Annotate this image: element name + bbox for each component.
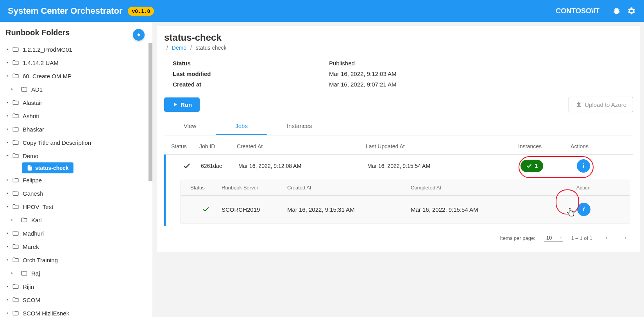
dropdown-icon (559, 236, 563, 240)
annotation-highlight (556, 189, 579, 214)
main-content: status-check / Demo / status-check Statu… (152, 22, 644, 317)
upload-to-azure-button: Upload to Azure (569, 97, 633, 112)
sidebar-header: Runbook Folders (0, 22, 150, 41)
next-page-button[interactable] (621, 232, 631, 243)
folder-icon (12, 176, 20, 184)
folder-icon (12, 139, 20, 146)
sidebar-item-rijin[interactable]: Rijin (3, 280, 146, 293)
app-title: System Center Orchestrator (8, 6, 122, 16)
sidebar-item-1.4.14.2-uam[interactable]: 1.4.14.2 UAM (3, 56, 146, 69)
folder-icon (20, 85, 28, 93)
instance-completed: Mar 16, 2022, 9:15:54 AM (411, 206, 528, 213)
sidebar-item-ad1[interactable]: AD1 (3, 83, 146, 96)
user-name: CONTOSO\IT (556, 7, 599, 15)
sidebar-item-label: Ganesh (23, 190, 43, 197)
sidebar-item-hpov_test[interactable]: HPOV_Test (3, 200, 146, 213)
created-value: Mar 16, 2022, 9:07:21 AM (329, 81, 397, 88)
sidebar-item-1.2.1.2_prodmg01[interactable]: 1.2.1.2_ProdMG01 (3, 43, 146, 56)
gear-icon[interactable] (627, 6, 636, 16)
tabs: View Jobs Instances (164, 118, 633, 135)
sidebar: Runbook Folders 1.2.1.2_ProdMG011.4.14.2… (0, 22, 152, 317)
sidebar-item-60.-create-om-mp[interactable]: 60. Create OM MP (3, 69, 146, 83)
folder-icon (20, 216, 28, 224)
sidebar-item-label: HPOV_Test (23, 204, 53, 210)
sidebar-item-label: Marek (23, 243, 39, 250)
job-id: 6261dae (201, 163, 238, 169)
page-range: 1 – 1 of 1 (571, 235, 592, 241)
sidebar-item-label: Orch Training (23, 257, 58, 263)
folder-icon (20, 269, 28, 277)
chevron-right-icon (3, 138, 12, 147)
chevron-right-icon (3, 295, 12, 304)
sidebar-item-ashriti[interactable]: Ashriti (3, 109, 146, 122)
sidebar-item-label: Madhuri (23, 230, 44, 237)
folder-icon (12, 203, 20, 211)
folder-icon (12, 189, 20, 197)
chevron-right-icon (3, 256, 12, 264)
sidebar-item-label: 1.2.1.2_ProdMG01 (23, 46, 72, 53)
sidebar-item-bhaskar[interactable]: Bhaskar (3, 122, 146, 136)
instance-row: SCORCH2019 Mar 16, 2022, 9:15:31 AM Mar … (181, 196, 630, 223)
tab-view[interactable]: View (164, 118, 216, 135)
upload-icon (575, 101, 582, 108)
sidebar-item-label: 60. Create OM MP (23, 73, 72, 79)
pagination: Items per page: 10 1 – 1 of 1 (164, 226, 633, 243)
page-size-select[interactable]: 10 (544, 234, 563, 242)
sidebar-file-status-check[interactable]: status-check (22, 162, 73, 173)
chevron-right-icon (3, 98, 12, 107)
bug-icon[interactable] (612, 6, 621, 16)
sidebar-item-copy-title-and-description[interactable]: Copy Title and Description (3, 136, 146, 149)
chevron-right-icon (8, 85, 16, 94)
sidebar-item-label: Raj (31, 270, 40, 277)
sidebar-item-label: Ashriti (23, 113, 39, 119)
tab-instances[interactable]: Instances (267, 118, 331, 135)
sidebar-scrollbar[interactable] (148, 43, 152, 181)
job-row[interactable]: 6261dae Mar 16, 2022, 9:12:08 AM Mar 16,… (164, 154, 633, 226)
chevron-right-icon (624, 236, 628, 240)
folder-icon (12, 296, 20, 304)
job-updated: Mar 16, 2022, 9:15:54 AM (367, 163, 488, 169)
run-button[interactable]: Run (164, 97, 200, 112)
sidebar-item-scom-hizliesnek[interactable]: SCOM HizliEsnek (3, 306, 146, 317)
sidebar-item-karl[interactable]: Karl (3, 213, 146, 227)
runbook-info: Status Published Last modified Mar 16, 2… (173, 58, 633, 90)
sidebar-item-scom[interactable]: SCOM (3, 293, 146, 306)
chevron-right-icon (3, 45, 12, 54)
sidebar-item-felippe[interactable]: Felippe (3, 173, 146, 187)
sidebar-item-label: SCOM (23, 297, 40, 303)
modified-value: Mar 16, 2022, 9:12:03 AM (329, 70, 397, 77)
instance-info-button[interactable]: i (577, 203, 590, 216)
sidebar-item-orch-training[interactable]: Orch Training (3, 253, 146, 267)
sidebar-item-demo[interactable]: Demo (3, 149, 146, 162)
chevron-right-icon (3, 229, 12, 238)
sidebar-item-label: Copy Title and Description (23, 139, 91, 146)
info-icon: i (583, 206, 585, 213)
version-badge: v0.1.0 (128, 7, 154, 16)
sidebar-item-madhuri[interactable]: Madhuri (3, 227, 146, 240)
chevron-right-icon (3, 176, 12, 184)
instance-server: SCORCH2019 (222, 206, 287, 213)
sidebar-item-ganesh[interactable]: Ganesh (3, 187, 146, 200)
sidebar-item-label: 1.4.14.2 UAM (23, 59, 59, 66)
collapse-sidebar-button[interactable] (133, 29, 145, 41)
modified-label: Last modified (173, 70, 329, 77)
folder-icon (12, 243, 20, 250)
chevron-right-icon (3, 125, 12, 133)
sidebar-item-label: Rijin (23, 283, 34, 290)
sidebar-item-alastair[interactable]: Alastair (3, 96, 146, 109)
success-icon (173, 162, 201, 170)
sidebar-item-raj[interactable]: Raj (3, 267, 146, 280)
status-value: Published (329, 60, 355, 67)
sidebar-item-marek[interactable]: Marek (3, 240, 146, 253)
created-label: Created at (173, 81, 329, 88)
tab-jobs[interactable]: Jobs (216, 118, 267, 135)
sidebar-item-label: Karl (31, 217, 42, 223)
annotation-highlight (519, 156, 594, 178)
chevron-down-icon (3, 151, 12, 160)
chevron-right-icon (8, 269, 16, 277)
breadcrumb-parent[interactable]: Demo (172, 45, 186, 51)
breadcrumb: / Demo / status-check (164, 45, 633, 51)
sidebar-item-label: Demo (23, 153, 38, 159)
chevron-right-icon (3, 58, 12, 67)
prev-page-button[interactable] (601, 232, 612, 243)
